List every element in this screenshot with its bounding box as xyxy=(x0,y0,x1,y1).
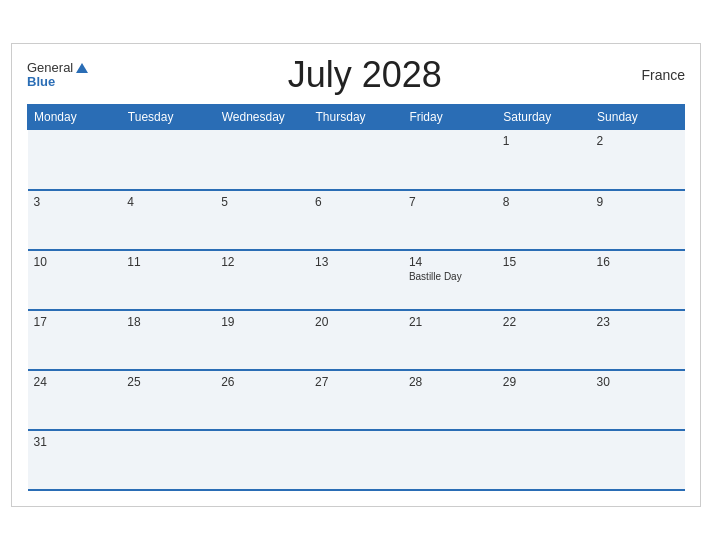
day-number: 6 xyxy=(315,195,322,209)
day-number: 8 xyxy=(503,195,510,209)
day-number: 24 xyxy=(34,375,47,389)
day-number: 14 xyxy=(409,255,422,269)
calendar-cell xyxy=(309,430,403,490)
calendar-week-row: 31 xyxy=(28,430,685,490)
calendar-cell: 5 xyxy=(215,190,309,250)
logo-general-text: General xyxy=(27,61,73,75)
calendar-cell xyxy=(121,130,215,190)
calendar-cell xyxy=(28,130,122,190)
calendar-container: General Blue July 2028 France MondayTues… xyxy=(11,43,701,507)
calendar-week-row: 24252627282930 xyxy=(28,370,685,430)
calendar-cell xyxy=(215,130,309,190)
calendar-cell: 9 xyxy=(591,190,685,250)
calendar-cell: 26 xyxy=(215,370,309,430)
day-number: 23 xyxy=(597,315,610,329)
calendar-cell: 19 xyxy=(215,310,309,370)
calendar-cell xyxy=(403,130,497,190)
calendar-cell xyxy=(215,430,309,490)
day-number: 13 xyxy=(315,255,328,269)
day-number: 5 xyxy=(221,195,228,209)
calendar-cell: 18 xyxy=(121,310,215,370)
calendar-cell: 3 xyxy=(28,190,122,250)
day-number: 27 xyxy=(315,375,328,389)
logo-blue-text: Blue xyxy=(27,75,55,89)
weekday-header-tuesday: Tuesday xyxy=(121,105,215,130)
calendar-cell: 20 xyxy=(309,310,403,370)
calendar-cell: 6 xyxy=(309,190,403,250)
day-number: 17 xyxy=(34,315,47,329)
calendar-cell: 15 xyxy=(497,250,591,310)
calendar-cell xyxy=(403,430,497,490)
day-number: 26 xyxy=(221,375,234,389)
day-number: 19 xyxy=(221,315,234,329)
day-number: 28 xyxy=(409,375,422,389)
event-label: Bastille Day xyxy=(409,271,491,282)
calendar-week-row: 3456789 xyxy=(28,190,685,250)
calendar-cell: 17 xyxy=(28,310,122,370)
calendar-cell: 10 xyxy=(28,250,122,310)
weekday-header-thursday: Thursday xyxy=(309,105,403,130)
day-number: 10 xyxy=(34,255,47,269)
day-number: 4 xyxy=(127,195,134,209)
day-number: 16 xyxy=(597,255,610,269)
calendar-cell: 28 xyxy=(403,370,497,430)
calendar-cell: 2 xyxy=(591,130,685,190)
weekday-header-saturday: Saturday xyxy=(497,105,591,130)
day-number: 22 xyxy=(503,315,516,329)
calendar-cell: 31 xyxy=(28,430,122,490)
logo: General Blue xyxy=(27,61,88,90)
calendar-cell xyxy=(497,430,591,490)
day-number: 9 xyxy=(597,195,604,209)
calendar-cell: 27 xyxy=(309,370,403,430)
calendar-cell: 7 xyxy=(403,190,497,250)
day-number: 18 xyxy=(127,315,140,329)
calendar-cell: 22 xyxy=(497,310,591,370)
day-number: 29 xyxy=(503,375,516,389)
day-number: 1 xyxy=(503,134,510,148)
calendar-cell: 1 xyxy=(497,130,591,190)
country-label: France xyxy=(641,67,685,83)
calendar-cell xyxy=(591,430,685,490)
calendar-cell: 13 xyxy=(309,250,403,310)
day-number: 30 xyxy=(597,375,610,389)
calendar-header: General Blue July 2028 France xyxy=(27,54,685,96)
calendar-week-row: 1011121314Bastille Day1516 xyxy=(28,250,685,310)
day-number: 11 xyxy=(127,255,140,269)
day-number: 15 xyxy=(503,255,516,269)
day-number: 7 xyxy=(409,195,416,209)
calendar-cell: 29 xyxy=(497,370,591,430)
logo-triangle-icon xyxy=(76,63,88,73)
calendar-table: MondayTuesdayWednesdayThursdayFridaySatu… xyxy=(27,104,685,491)
day-number: 25 xyxy=(127,375,140,389)
calendar-cell xyxy=(309,130,403,190)
day-number: 31 xyxy=(34,435,47,449)
calendar-cell: 8 xyxy=(497,190,591,250)
day-number: 2 xyxy=(597,134,604,148)
weekday-header-monday: Monday xyxy=(28,105,122,130)
calendar-cell: 12 xyxy=(215,250,309,310)
calendar-cell: 30 xyxy=(591,370,685,430)
weekday-header-friday: Friday xyxy=(403,105,497,130)
day-number: 20 xyxy=(315,315,328,329)
calendar-cell: 24 xyxy=(28,370,122,430)
calendar-cell xyxy=(121,430,215,490)
calendar-cell: 23 xyxy=(591,310,685,370)
calendar-week-row: 12 xyxy=(28,130,685,190)
weekday-header-wednesday: Wednesday xyxy=(215,105,309,130)
weekday-header-row: MondayTuesdayWednesdayThursdayFridaySatu… xyxy=(28,105,685,130)
day-number: 12 xyxy=(221,255,234,269)
day-number: 21 xyxy=(409,315,422,329)
calendar-week-row: 17181920212223 xyxy=(28,310,685,370)
calendar-cell: 11 xyxy=(121,250,215,310)
calendar-cell: 4 xyxy=(121,190,215,250)
calendar-title: July 2028 xyxy=(288,54,442,96)
day-number: 3 xyxy=(34,195,41,209)
weekday-header-sunday: Sunday xyxy=(591,105,685,130)
calendar-cell: 14Bastille Day xyxy=(403,250,497,310)
calendar-cell: 21 xyxy=(403,310,497,370)
calendar-cell: 16 xyxy=(591,250,685,310)
calendar-cell: 25 xyxy=(121,370,215,430)
